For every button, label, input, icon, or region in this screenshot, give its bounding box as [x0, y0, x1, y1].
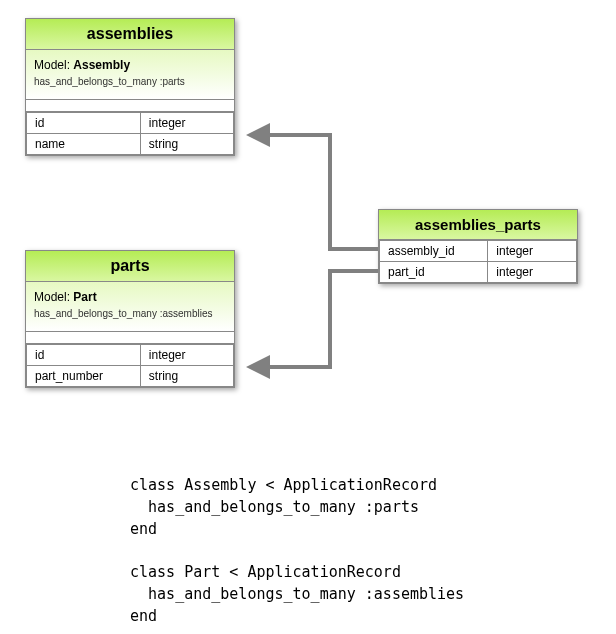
- col-type: string: [140, 366, 233, 387]
- col-type: string: [140, 134, 233, 155]
- spacer: [26, 100, 234, 112]
- col-type: integer: [140, 345, 233, 366]
- table-join-columns: assembly_id integer part_id integer: [379, 240, 577, 283]
- col-name: part_id: [380, 262, 488, 283]
- model-name: Part: [73, 290, 96, 304]
- table-assemblies-columns: id integer name string: [26, 112, 234, 155]
- col-name: part_number: [27, 366, 141, 387]
- table-parts-title: parts: [26, 251, 234, 282]
- table-assemblies-parts: assemblies_parts assembly_id integer par…: [378, 209, 578, 284]
- table-join-title: assemblies_parts: [379, 210, 577, 240]
- table-assemblies-title: assemblies: [26, 19, 234, 50]
- model-prefix: Model:: [34, 58, 73, 72]
- table-assemblies-model: Model: Assembly: [34, 56, 226, 74]
- col-name: id: [27, 345, 141, 366]
- table-assemblies-assoc: has_and_belongs_to_many :parts: [34, 74, 226, 89]
- model-name: Assembly: [73, 58, 130, 72]
- table-parts-meta: Model: Part has_and_belongs_to_many :ass…: [26, 282, 234, 332]
- table-parts-columns: id integer part_number string: [26, 344, 234, 387]
- arrow-part-id: [250, 271, 378, 367]
- col-type: integer: [488, 262, 577, 283]
- table-parts-assoc: has_and_belongs_to_many :assemblies: [34, 306, 226, 321]
- table-row: name string: [27, 134, 234, 155]
- col-name: name: [27, 134, 141, 155]
- table-assemblies: assemblies Model: Assembly has_and_belon…: [25, 18, 235, 156]
- col-name: assembly_id: [380, 241, 488, 262]
- table-row: part_id integer: [380, 262, 577, 283]
- model-prefix: Model:: [34, 290, 73, 304]
- table-row: assembly_id integer: [380, 241, 577, 262]
- table-row: id integer: [27, 113, 234, 134]
- col-name: id: [27, 113, 141, 134]
- arrow-assembly-id: [250, 135, 378, 249]
- spacer: [26, 332, 234, 344]
- code-snippet: class Assembly < ApplicationRecord has_a…: [130, 475, 464, 627]
- table-row: part_number string: [27, 366, 234, 387]
- diagram-canvas: assemblies Model: Assembly has_and_belon…: [0, 0, 616, 634]
- table-assemblies-meta: Model: Assembly has_and_belongs_to_many …: [26, 50, 234, 100]
- table-parts-model: Model: Part: [34, 288, 226, 306]
- col-type: integer: [488, 241, 577, 262]
- col-type: integer: [140, 113, 233, 134]
- table-row: id integer: [27, 345, 234, 366]
- table-parts: parts Model: Part has_and_belongs_to_man…: [25, 250, 235, 388]
